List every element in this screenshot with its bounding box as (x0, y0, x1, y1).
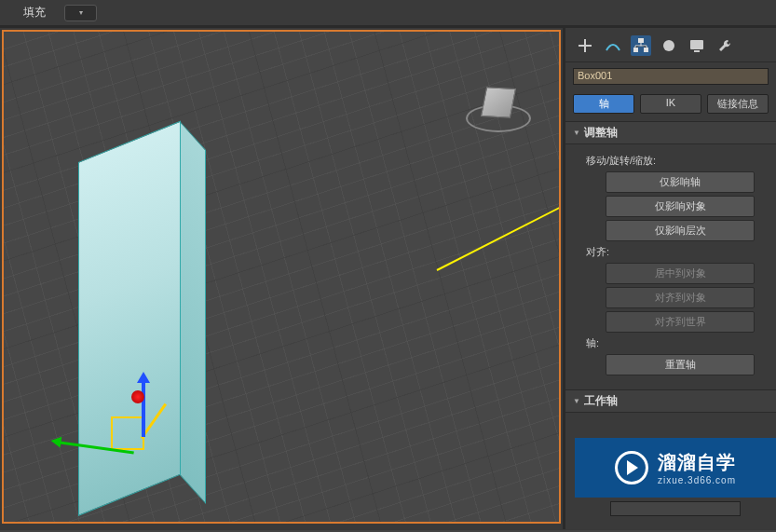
reset-axis-button[interactable]: 重置轴 (606, 354, 755, 375)
svg-rect-5 (694, 50, 700, 52)
hierarchy-icon (633, 37, 649, 54)
viewcube-cube-icon[interactable] (481, 87, 516, 117)
viewport-container (0, 28, 563, 529)
object-name-input[interactable]: Box001 (573, 68, 769, 85)
gizmo-xy-plane[interactable] (111, 416, 144, 450)
rollout-adjust-title: 调整轴 (584, 125, 618, 141)
viewcube[interactable] (466, 78, 531, 134)
watermark-title: 溜溜自学 (658, 450, 736, 475)
affect-pivot-only-button[interactable]: 仅影响轴 (606, 171, 755, 193)
fill-dropdown[interactable]: ▾ (64, 5, 97, 21)
fill-label: 填充 (23, 5, 46, 20)
arc-icon (605, 37, 621, 54)
watermark-badge: 溜溜自学 zixue.3d66.com (575, 438, 776, 498)
play-circle-icon (615, 451, 648, 484)
axis-label: 轴: (586, 336, 767, 350)
tab-create[interactable] (575, 35, 595, 56)
svg-rect-0 (638, 38, 644, 43)
tab-motion[interactable] (659, 35, 679, 56)
command-panel: Box001 轴 IK 链接信息 调整轴 移动/旋转/缩放: 仅影响轴 仅影响对… (563, 28, 776, 529)
rollout-working-header[interactable]: 工作轴 (565, 389, 776, 413)
align-label: 对齐: (586, 245, 767, 259)
affect-object-only-button[interactable]: 仅影响对象 (606, 196, 755, 217)
tab-display[interactable] (687, 35, 707, 56)
svg-rect-4 (690, 40, 703, 49)
circle-icon (660, 37, 677, 54)
rollout-adjust-pivot: 调整轴 移动/旋转/缩放: 仅影响轴 仅影响对象 仅影响层次 对齐: 居中到对象… (565, 121, 776, 386)
affect-hierarchy-only-button[interactable]: 仅影响层次 (606, 220, 755, 241)
watermark-subtitle: zixue.3d66.com (658, 475, 736, 485)
svg-rect-2 (644, 48, 648, 52)
hierarchy-subtabs: 轴 IK 链接信息 (565, 90, 776, 117)
tab-modify[interactable] (603, 35, 623, 56)
subtab-pivot[interactable]: 轴 (573, 94, 634, 114)
subtab-ik[interactable]: IK (640, 94, 701, 114)
panel-extra-strip (610, 501, 741, 516)
rollout-working-pivot: 工作轴 (565, 389, 776, 413)
transform-gizmo[interactable] (111, 400, 204, 493)
plus-icon (577, 37, 593, 54)
tab-utilities[interactable] (715, 35, 735, 56)
center-to-object-button[interactable]: 居中到对象 (606, 263, 755, 284)
monitor-icon (688, 37, 705, 54)
rollout-adjust-header[interactable]: 调整轴 (565, 121, 776, 144)
wrench-icon (716, 37, 733, 54)
perspective-viewport[interactable] (2, 30, 561, 524)
gizmo-origin-icon (131, 390, 144, 403)
svg-rect-1 (633, 48, 638, 52)
align-to-world-button[interactable]: 对齐到世界 (606, 311, 755, 333)
align-to-object-button[interactable]: 对齐到对象 (606, 287, 755, 308)
top-toolbar: 填充 ▾ (0, 0, 776, 28)
move-rotate-scale-label: 移动/旋转/缩放: (586, 154, 767, 168)
rollout-working-title: 工作轴 (584, 393, 618, 409)
command-panel-tabs (565, 28, 776, 62)
tab-hierarchy[interactable] (631, 35, 651, 56)
subtab-link-info[interactable]: 链接信息 (707, 94, 769, 114)
dropdown-chevron: ▾ (79, 8, 83, 17)
axis-z-icon[interactable] (142, 381, 145, 437)
svg-point-3 (663, 40, 674, 51)
